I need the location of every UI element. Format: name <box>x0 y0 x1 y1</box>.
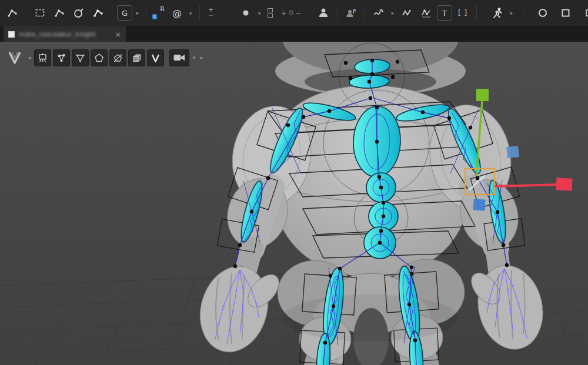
character-icon <box>318 7 329 19</box>
camera-view-button[interactable] <box>169 49 189 66</box>
triangle-mesh-button[interactable] <box>72 49 89 66</box>
keys-zigzag-icon <box>420 7 432 19</box>
toolbar-separator <box>337 6 338 20</box>
keys-zigzag-button[interactable] <box>417 4 435 22</box>
interpolation-curve-button[interactable] <box>370 4 387 22</box>
retime-zigzag-button[interactable] <box>398 4 416 22</box>
mirror-at-button[interactable]: @ <box>168 4 186 22</box>
joint-chain-button[interactable] <box>51 4 68 22</box>
curve-menu-arrow[interactable]: ▸ <box>389 4 396 22</box>
joint-tool-icon <box>6 7 18 19</box>
joint-chain-active-icon <box>92 7 104 19</box>
viewport-toolbar: ◂ <box>5 49 205 66</box>
brackets-button[interactable]: [ ] <box>454 4 472 22</box>
local-global-mode-button[interactable]: R L <box>151 5 166 21</box>
run-preview-icon <box>491 6 504 19</box>
gizmo-blue-handle-upper[interactable] <box>506 146 519 158</box>
step-up-down-stepper[interactable]: + − <box>208 7 219 19</box>
cube-button[interactable] <box>128 49 145 66</box>
v-logo-button[interactable] <box>5 49 25 66</box>
interpolation-curve-icon <box>373 7 385 19</box>
triangle-mesh-icon <box>75 52 86 63</box>
square-tool-button[interactable] <box>557 4 574 22</box>
circle-tool-button[interactable] <box>534 4 552 22</box>
rotate-tool-button[interactable] <box>70 4 88 22</box>
camera-more-arrow[interactable]: ▸ <box>199 55 205 61</box>
rotate-tool-icon <box>73 7 85 19</box>
polygon-cut-icon <box>112 52 123 63</box>
joint-tool-button[interactable] <box>4 4 21 22</box>
record-dot-button[interactable] <box>237 4 255 22</box>
square-tool-icon <box>560 7 572 19</box>
toolbar-separator <box>146 6 146 20</box>
toolbar-separator <box>476 6 477 20</box>
top-toolbar: G ▸ R L @ ▸ + − ▸ + 0 − <box>0 0 588 26</box>
v-tool-active-icon <box>150 52 161 63</box>
pentagon-poly-button[interactable] <box>91 49 108 66</box>
frame-value: 0 <box>289 9 293 17</box>
body-shadow <box>282 294 459 341</box>
easel-board-button[interactable] <box>34 49 51 66</box>
scene-canvas[interactable] <box>0 42 588 365</box>
tab-title: mata_cascadeur_knight <box>19 31 111 38</box>
g-menu-arrow[interactable]: ▸ <box>134 4 141 22</box>
record-menu-arrow[interactable]: ▸ <box>256 4 263 22</box>
v-tool-active-button[interactable] <box>147 49 164 66</box>
node-graph-button[interactable] <box>53 49 70 66</box>
mini-layers-button[interactable] <box>265 8 275 18</box>
character-flag-icon <box>345 7 357 19</box>
clipped-edge-button[interactable] <box>580 4 588 22</box>
toolbar-separator <box>523 6 523 20</box>
frame-stepper[interactable]: + 0 − <box>281 9 308 17</box>
marquee-select-button[interactable] <box>31 4 49 22</box>
run-menu-arrow[interactable]: ▸ <box>508 4 515 22</box>
marquee-select-icon <box>34 7 46 19</box>
scene-tab[interactable]: mata_cascadeur_knight × <box>4 26 126 42</box>
l-badge: L <box>152 14 157 19</box>
frame-minus[interactable]: − <box>296 9 301 17</box>
camera-view-icon <box>173 53 186 62</box>
r-label: R <box>160 5 165 13</box>
easel-board-icon <box>37 52 48 63</box>
node-graph-icon <box>56 52 67 63</box>
v-logo-icon <box>7 51 22 65</box>
joint-chain-active-button[interactable] <box>89 4 107 22</box>
run-preview-button[interactable] <box>489 4 506 22</box>
g-button[interactable]: G <box>117 5 132 21</box>
joint-chain-icon <box>54 7 65 19</box>
clipped-edge-icon <box>583 7 588 19</box>
camera-caret[interactable]: ▾ <box>191 55 197 61</box>
circle-tool-icon <box>537 7 549 19</box>
gizmo-blue-handle-lower[interactable] <box>473 199 485 210</box>
pentagon-poly-icon <box>93 52 105 63</box>
tab-doc-icon <box>8 31 15 38</box>
polygon-cut-button[interactable] <box>109 49 126 66</box>
character-flag-button[interactable] <box>342 4 360 22</box>
cube-icon <box>131 52 142 63</box>
tab-close-button[interactable]: × <box>115 30 121 39</box>
frame-plus[interactable]: + <box>281 9 286 17</box>
toolbar-separator <box>365 6 365 20</box>
t-text-button[interactable]: T <box>437 5 452 21</box>
record-dot-icon <box>241 8 250 18</box>
toolbar-separator <box>199 6 200 20</box>
tab-bar: mata_cascadeur_knight × <box>0 26 588 42</box>
mirror-menu-arrow[interactable]: ▸ <box>188 4 195 22</box>
viewport-3d[interactable]: ◂ <box>0 42 588 365</box>
character-button[interactable] <box>315 4 332 22</box>
step-minus[interactable]: − <box>208 13 219 19</box>
retime-zigzag-icon <box>401 7 413 19</box>
toolbar-separator <box>112 6 112 20</box>
toolbar-back-arrow[interactable]: ◂ <box>26 55 32 61</box>
